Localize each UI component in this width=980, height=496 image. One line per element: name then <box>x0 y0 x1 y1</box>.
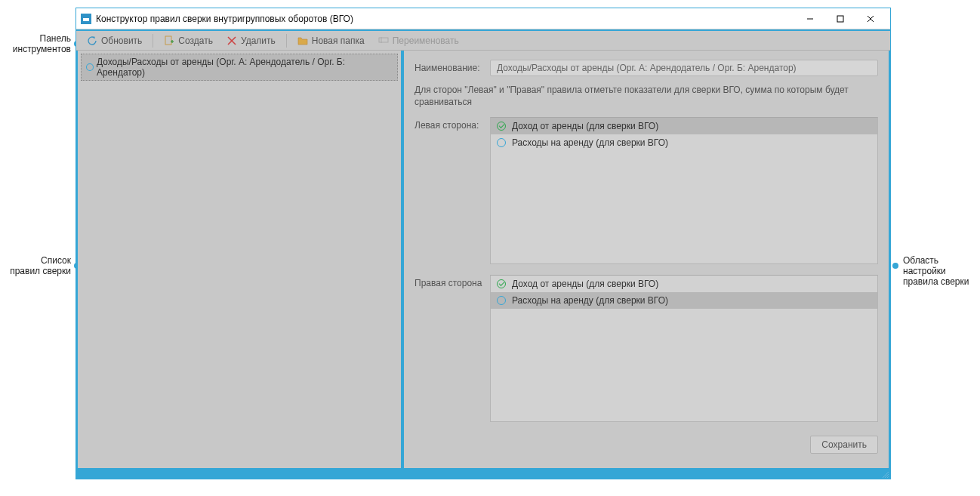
maximize-button[interactable] <box>825 10 855 28</box>
check-circle-icon <box>497 279 506 288</box>
resize-grip-icon[interactable] <box>881 470 889 477</box>
callout-toolbar-l2: инструментов <box>0 44 71 54</box>
circle-icon <box>497 138 506 147</box>
name-label: Наименование: <box>414 60 482 73</box>
refresh-button[interactable]: Обновить <box>81 33 148 48</box>
right-side-listbox[interactable]: Доход от аренды (для сверки ВГО) Расходы… <box>490 275 878 422</box>
close-button[interactable] <box>855 10 886 28</box>
rule-list-pane: Доходы/Расходы от аренды (Орг. А: Арендо… <box>78 51 404 468</box>
new-folder-label: Новая папка <box>312 35 365 46</box>
right-side-label: Правая сторона <box>414 275 482 288</box>
circle-icon <box>497 296 506 305</box>
toolbar-separator <box>153 34 153 48</box>
right-side-option-label: Расходы на аренду (для сверки ВГО) <box>512 295 668 306</box>
new-folder-button[interactable]: Новая папка <box>291 33 371 48</box>
circle-icon <box>86 63 94 71</box>
callout-list-l2: правил сверки <box>0 266 71 276</box>
left-side-option[interactable]: Расходы на аренду (для сверки ВГО) <box>491 134 877 151</box>
minimize-button[interactable] <box>795 10 825 28</box>
main-window: Конструктор правил сверки внутригрупповы… <box>76 8 891 479</box>
delete-icon <box>227 35 237 46</box>
callout-toolbar-l1: Панель <box>0 33 71 44</box>
titlebar: Конструктор правил сверки внутригрупповы… <box>76 8 890 29</box>
toolbar-separator <box>286 34 287 48</box>
create-label: Создать <box>178 35 213 46</box>
right-side-option[interactable]: Расходы на аренду (для сверки ВГО) <box>491 292 877 309</box>
delete-label: Удалить <box>241 35 276 46</box>
callout-list-l1: Список <box>0 255 71 266</box>
svg-line-15 <box>887 476 889 478</box>
svg-rect-11 <box>379 38 388 42</box>
window-title: Конструктор правил сверки внутригрупповы… <box>96 14 795 24</box>
svg-rect-6 <box>165 36 171 45</box>
svg-rect-3 <box>837 16 843 22</box>
left-side-label: Левая сторона: <box>414 117 482 131</box>
folder-icon <box>297 35 308 46</box>
callout-settings-l1: Область настройки <box>903 255 978 276</box>
left-side-option[interactable]: Доход от аренды (для сверки ВГО) <box>491 118 877 134</box>
rename-label: Переименовать <box>393 35 459 46</box>
callout-settings-l2: правила сверки <box>903 276 978 287</box>
rule-list-item[interactable]: Доходы/Расходы от аренды (Орг. А: Арендо… <box>81 54 398 81</box>
left-side-listbox[interactable]: Доход от аренды (для сверки ВГО) Расходы… <box>490 117 878 264</box>
check-circle-icon <box>497 122 506 131</box>
rule-list-item-label: Доходы/Расходы от аренды (Орг. А: Арендо… <box>97 57 393 78</box>
left-side-option-label: Доход от аренды (для сверки ВГО) <box>512 121 658 131</box>
right-side-option[interactable]: Доход от аренды (для сверки ВГО) <box>491 276 877 292</box>
refresh-icon <box>87 35 97 46</box>
app-icon <box>81 14 91 24</box>
right-side-option-label: Доход от аренды (для сверки ВГО) <box>512 279 658 289</box>
toolbar: Обновить Создать Удалить Новая папка <box>76 29 890 51</box>
save-button[interactable]: Сохранить <box>810 436 878 454</box>
left-side-option-label: Расходы на аренду (для сверки ВГО) <box>512 137 668 148</box>
rename-icon <box>378 35 389 46</box>
hint-text: Для сторон "Левая" и "Правая" правила от… <box>414 84 878 108</box>
name-field[interactable]: Доходы/Расходы от аренды (Орг. А: Арендо… <box>490 60 878 76</box>
refresh-label: Обновить <box>101 35 142 46</box>
status-bar <box>76 468 890 479</box>
document-plus-icon <box>164 35 174 46</box>
rename-button[interactable]: Переименовать <box>372 33 465 48</box>
svg-rect-1 <box>83 17 89 18</box>
rule-settings-pane: Наименование: Доходы/Расходы от аренды (… <box>404 51 889 468</box>
delete-button[interactable]: Удалить <box>220 33 282 48</box>
create-button[interactable]: Создать <box>158 33 219 48</box>
